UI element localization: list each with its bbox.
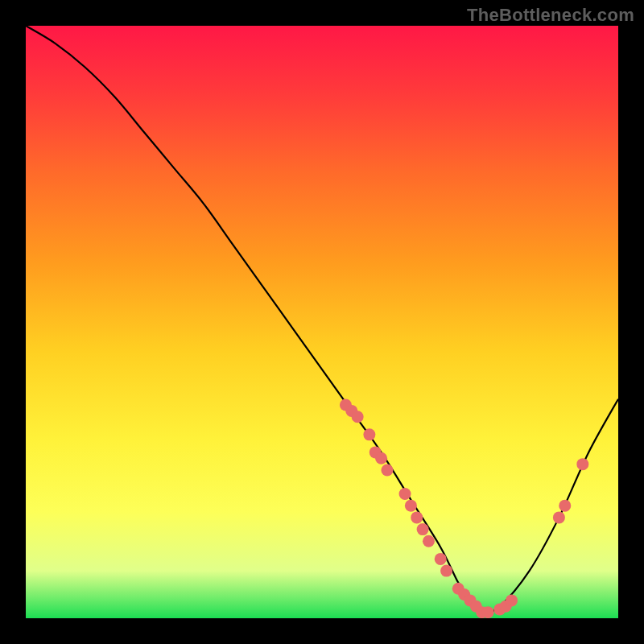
data-point (345, 405, 357, 417)
data-point (399, 488, 411, 500)
data-point (553, 511, 565, 523)
data-point (452, 583, 464, 595)
data-point (464, 594, 477, 606)
data-point (423, 535, 435, 547)
data-point (363, 428, 375, 440)
watermark-text: TheBottleneck.com (467, 5, 634, 26)
chart-svg (26, 26, 618, 618)
data-point (482, 606, 494, 618)
data-point (369, 446, 382, 458)
data-point (458, 588, 470, 601)
data-point (340, 399, 352, 411)
data-point (352, 411, 364, 423)
data-point (435, 553, 447, 565)
data-point (405, 500, 417, 512)
data-point (417, 523, 429, 535)
data-point (381, 464, 393, 477)
bottleneck-curve (26, 26, 618, 613)
data-points (340, 399, 588, 618)
data-point (493, 603, 506, 615)
data-point (470, 601, 482, 613)
data-point (375, 452, 387, 464)
plot-area (26, 26, 618, 618)
data-point (476, 606, 488, 618)
data-point (576, 458, 588, 470)
data-point (500, 601, 512, 613)
data-point (506, 594, 518, 606)
data-point (440, 565, 452, 577)
data-point (559, 500, 571, 512)
data-point (411, 511, 423, 523)
chart-container: TheBottleneck.com (0, 0, 644, 644)
